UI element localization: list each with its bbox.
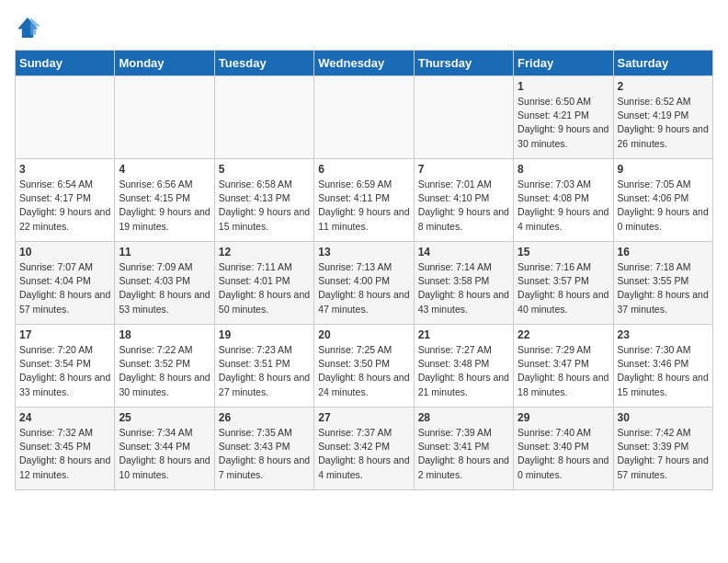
day-number: 3 [19,163,110,176]
day-cell-3: 3Sunrise: 6:54 AMSunset: 4:17 PMDaylight… [16,159,115,242]
day-info: Sunrise: 7:01 AMSunset: 4:10 PMDaylight:… [418,178,509,234]
day-cell-23: 23Sunrise: 7:30 AMSunset: 3:46 PMDayligh… [613,325,712,408]
day-number: 19 [219,328,310,341]
day-number: 18 [119,328,210,341]
day-cell-21: 21Sunrise: 7:27 AMSunset: 3:48 PMDayligh… [414,325,513,408]
weekday-header-saturday: Saturday [613,51,712,76]
day-number: 11 [119,246,210,259]
day-cell-12: 12Sunrise: 7:11 AMSunset: 4:01 PMDayligh… [214,242,313,325]
day-number: 1 [518,80,609,93]
day-cell-16: 16Sunrise: 7:18 AMSunset: 3:55 PMDayligh… [613,242,712,325]
day-number: 6 [318,163,409,176]
day-number: 13 [318,246,409,259]
day-number: 10 [19,246,110,259]
day-info: Sunrise: 7:16 AMSunset: 3:57 PMDaylight:… [518,260,609,316]
day-cell-30: 30Sunrise: 7:42 AMSunset: 3:39 PMDayligh… [613,408,712,490]
day-cell-2: 2Sunrise: 6:52 AMSunset: 4:19 PMDaylight… [613,76,712,159]
day-number: 22 [518,328,609,341]
day-cell-6: 6Sunrise: 6:59 AMSunset: 4:11 PMDaylight… [314,159,414,242]
day-number: 16 [618,246,709,259]
day-number: 21 [418,328,509,341]
day-cell-9: 9Sunrise: 7:05 AMSunset: 4:06 PMDaylight… [613,159,712,242]
day-cell-4: 4Sunrise: 6:56 AMSunset: 4:15 PMDaylight… [115,159,214,242]
day-cell-10: 10Sunrise: 7:07 AMSunset: 4:04 PMDayligh… [16,242,115,325]
day-cell-18: 18Sunrise: 7:22 AMSunset: 3:52 PMDayligh… [115,325,214,408]
day-number: 4 [119,163,210,176]
day-number: 30 [618,411,709,424]
empty-cell [115,76,214,159]
day-info: Sunrise: 7:27 AMSunset: 3:48 PMDaylight:… [418,343,509,399]
day-cell-26: 26Sunrise: 7:35 AMSunset: 3:43 PMDayligh… [214,408,313,490]
day-info: Sunrise: 6:59 AMSunset: 4:11 PMDaylight:… [318,178,409,234]
calendar-table: SundayMondayTuesdayWednesdayThursdayFrid… [15,50,713,490]
day-number: 25 [119,411,210,424]
day-info: Sunrise: 7:14 AMSunset: 3:58 PMDaylight:… [418,260,509,316]
day-cell-7: 7Sunrise: 7:01 AMSunset: 4:10 PMDaylight… [414,159,513,242]
day-info: Sunrise: 7:30 AMSunset: 3:46 PMDaylight:… [618,343,709,399]
day-cell-22: 22Sunrise: 7:29 AMSunset: 3:47 PMDayligh… [514,325,613,408]
day-cell-5: 5Sunrise: 6:58 AMSunset: 4:13 PMDaylight… [214,159,313,242]
day-cell-15: 15Sunrise: 7:16 AMSunset: 3:57 PMDayligh… [514,242,613,325]
weekday-header-wednesday: Wednesday [314,51,414,76]
day-info: Sunrise: 6:54 AMSunset: 4:17 PMDaylight:… [19,178,110,234]
day-number: 23 [618,328,709,341]
weekday-header-sunday: Sunday [16,51,115,76]
empty-cell [314,76,414,159]
week-row-2: 3Sunrise: 6:54 AMSunset: 4:17 PMDaylight… [16,159,713,242]
day-cell-11: 11Sunrise: 7:09 AMSunset: 4:03 PMDayligh… [115,242,214,325]
day-cell-20: 20Sunrise: 7:25 AMSunset: 3:50 PMDayligh… [314,325,414,408]
logo-icon [15,15,40,40]
weekday-header-thursday: Thursday [414,51,513,76]
day-number: 17 [19,328,110,341]
day-info: Sunrise: 7:09 AMSunset: 4:03 PMDaylight:… [119,260,210,316]
day-info: Sunrise: 6:58 AMSunset: 4:13 PMDaylight:… [219,178,310,234]
day-info: Sunrise: 7:23 AMSunset: 3:51 PMDaylight:… [219,343,310,399]
weekday-header-row: SundayMondayTuesdayWednesdayThursdayFrid… [16,51,713,76]
day-cell-14: 14Sunrise: 7:14 AMSunset: 3:58 PMDayligh… [414,242,513,325]
week-row-1: 1Sunrise: 6:50 AMSunset: 4:21 PMDaylight… [16,76,713,159]
day-number: 12 [219,246,310,259]
day-info: Sunrise: 7:22 AMSunset: 3:52 PMDaylight:… [119,343,210,399]
day-number: 15 [518,246,609,259]
weekday-header-monday: Monday [115,51,214,76]
day-number: 27 [318,411,409,424]
day-cell-27: 27Sunrise: 7:37 AMSunset: 3:42 PMDayligh… [314,408,414,490]
day-info: Sunrise: 7:39 AMSunset: 3:41 PMDaylight:… [418,426,509,482]
day-info: Sunrise: 7:20 AMSunset: 3:54 PMDaylight:… [19,343,110,399]
day-number: 8 [518,163,609,176]
day-info: Sunrise: 7:35 AMSunset: 3:43 PMDaylight:… [219,426,310,482]
day-cell-25: 25Sunrise: 7:34 AMSunset: 3:44 PMDayligh… [115,408,214,490]
empty-cell [214,76,313,159]
day-number: 5 [219,163,310,176]
week-row-5: 24Sunrise: 7:32 AMSunset: 3:45 PMDayligh… [16,408,713,490]
empty-cell [414,76,513,159]
day-number: 28 [418,411,509,424]
day-info: Sunrise: 7:29 AMSunset: 3:47 PMDaylight:… [518,343,609,399]
day-cell-29: 29Sunrise: 7:40 AMSunset: 3:40 PMDayligh… [514,408,613,490]
svg-marker-1 [30,17,40,35]
day-info: Sunrise: 7:13 AMSunset: 4:00 PMDaylight:… [318,260,409,316]
day-cell-17: 17Sunrise: 7:20 AMSunset: 3:54 PMDayligh… [16,325,115,408]
day-info: Sunrise: 7:07 AMSunset: 4:04 PMDaylight:… [19,260,110,316]
day-number: 9 [618,163,709,176]
day-number: 24 [19,411,110,424]
day-info: Sunrise: 7:42 AMSunset: 3:39 PMDaylight:… [618,426,709,482]
day-info: Sunrise: 6:56 AMSunset: 4:15 PMDaylight:… [119,178,210,234]
day-number: 14 [418,246,509,259]
day-number: 7 [418,163,509,176]
day-cell-24: 24Sunrise: 7:32 AMSunset: 3:45 PMDayligh… [16,408,115,490]
weekday-header-tuesday: Tuesday [214,51,313,76]
day-info: Sunrise: 7:11 AMSunset: 4:01 PMDaylight:… [219,260,310,316]
day-info: Sunrise: 7:32 AMSunset: 3:45 PMDaylight:… [19,426,110,482]
day-cell-8: 8Sunrise: 7:03 AMSunset: 4:08 PMDaylight… [514,159,613,242]
day-info: Sunrise: 7:37 AMSunset: 3:42 PMDaylight:… [318,426,409,482]
day-number: 2 [618,80,709,93]
day-info: Sunrise: 7:05 AMSunset: 4:06 PMDaylight:… [618,178,709,234]
day-cell-28: 28Sunrise: 7:39 AMSunset: 3:41 PMDayligh… [414,408,513,490]
day-info: Sunrise: 7:40 AMSunset: 3:40 PMDaylight:… [518,426,609,482]
empty-cell [16,76,115,159]
week-row-4: 17Sunrise: 7:20 AMSunset: 3:54 PMDayligh… [16,325,713,408]
day-number: 29 [518,411,609,424]
day-number: 26 [219,411,310,424]
day-info: Sunrise: 7:18 AMSunset: 3:55 PMDaylight:… [618,260,709,316]
